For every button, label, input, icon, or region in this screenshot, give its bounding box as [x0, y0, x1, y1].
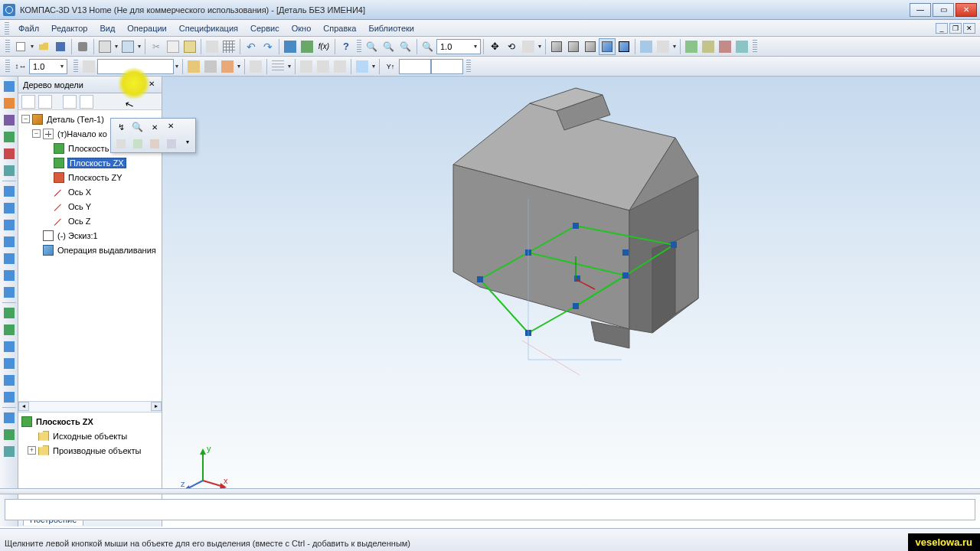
scroll-right-button[interactable]: ▸ [151, 402, 162, 411]
vtool-10[interactable] [2, 234, 17, 249]
vtool-17[interactable] [2, 356, 17, 371]
float-btn-4[interactable] [113, 137, 129, 151]
tree-pin-button[interactable]: ⊥ [134, 80, 145, 90]
tree-tb-2[interactable] [38, 95, 52, 109]
menu-libraries[interactable]: Библиотеки [362, 21, 420, 35]
fx-button[interactable]: f(x) [315, 38, 332, 55]
curve-button[interactable] [298, 58, 315, 75]
scroll-track[interactable] [29, 402, 151, 412]
zoom-window-button[interactable] [364, 38, 381, 55]
lib-button[interactable] [717, 38, 733, 55]
wireframe-button[interactable] [548, 38, 565, 55]
menu-file[interactable]: Файл [12, 21, 45, 35]
tree-close-button[interactable]: ✕ [146, 80, 157, 90]
tree-tb-3[interactable] [63, 95, 77, 109]
tree-hscroll[interactable]: ◂ ▸ [18, 401, 162, 412]
hidden-button[interactable] [565, 38, 582, 55]
tree-axis-y[interactable]: Ось Y [18, 199, 162, 214]
menu-service[interactable]: Сервис [244, 21, 286, 35]
tree-sketch[interactable]: (-) Эскиз:1 [18, 228, 162, 243]
float-close-button[interactable]: ✕ [165, 122, 176, 132]
sketch-brush-button[interactable] [219, 58, 236, 75]
float-btn-1[interactable]: ↯ [113, 120, 129, 134]
float-btn-6[interactable] [147, 137, 162, 151]
tree-plane-zx[interactable]: Плоскость ZX [18, 155, 162, 170]
float-btn-3[interactable]: ✕ [147, 120, 162, 134]
sketch-new-button[interactable] [202, 58, 219, 75]
step-button[interactable]: ↕↔ [12, 58, 29, 75]
vtool-11[interactable] [2, 251, 17, 266]
vtool-21[interactable] [2, 427, 17, 442]
mdi-close-button[interactable]: ✕ [963, 23, 975, 34]
format-button[interactable] [204, 38, 220, 55]
calc-button[interactable] [282, 38, 299, 55]
tree-tb-1[interactable] [21, 95, 35, 109]
vars-button[interactable] [299, 38, 315, 55]
pan-button[interactable]: ✥ [486, 38, 503, 55]
dim-button[interactable] [247, 58, 264, 75]
menu-help[interactable]: Справка [317, 21, 362, 35]
perp-button[interactable] [332, 58, 348, 75]
vtool-2[interactable] [2, 96, 17, 111]
style-combo[interactable] [97, 59, 174, 74]
vtool-20[interactable] [2, 410, 17, 425]
cut-button[interactable]: ✂ [148, 38, 165, 55]
minimize-button[interactable]: — [910, 3, 931, 17]
step-combo[interactable]: 1.0▾ [29, 59, 67, 74]
grid1-button[interactable] [270, 58, 286, 75]
vtool-7[interactable] [2, 184, 17, 199]
vtool-3[interactable] [2, 112, 17, 128]
vtool-9[interactable] [2, 217, 17, 233]
xy-label-button[interactable]: Y↑ [382, 58, 399, 75]
vtool-15[interactable] [2, 322, 17, 337]
mdi-restore-button[interactable]: ❐ [949, 23, 962, 34]
collapse-icon[interactable]: − [32, 129, 41, 138]
tree-plane-zy[interactable]: Плоскость ZY [18, 170, 162, 184]
rebuild-button[interactable] [683, 38, 700, 55]
scroll-left-button[interactable]: ◂ [18, 402, 29, 411]
float-btn-5[interactable] [130, 137, 145, 151]
tree-axis-z[interactable]: Ось Z [18, 214, 162, 228]
vtool-1[interactable] [2, 79, 17, 94]
style-button[interactable] [80, 58, 97, 75]
constraint-button[interactable] [354, 58, 371, 75]
props-button[interactable] [119, 38, 136, 55]
vtool-12[interactable] [2, 268, 17, 283]
orient-button[interactable] [520, 38, 537, 55]
zoom-in-button[interactable] [381, 38, 397, 55]
save-button[interactable] [52, 38, 69, 55]
rotate-button[interactable]: ⟲ [503, 38, 520, 55]
simplify-button[interactable] [700, 38, 717, 55]
collapse-icon[interactable]: − [21, 115, 30, 123]
zoom-combo[interactable]: 1.0▾ [436, 39, 481, 54]
maximize-button[interactable]: ▭ [933, 3, 954, 17]
vtool-19[interactable] [2, 390, 17, 405]
preview-button[interactable] [96, 38, 113, 55]
shaded-edges-button[interactable] [616, 38, 632, 55]
open-button[interactable] [35, 38, 52, 55]
vtool-8[interactable] [2, 201, 17, 216]
float-btn-7[interactable] [164, 137, 179, 151]
tree-src-folder[interactable]: Исходные объекты [18, 429, 162, 443]
tree-extrude[interactable]: Операция выдавливания [18, 243, 162, 257]
help-button[interactable]: ? [338, 38, 354, 55]
sketch-edit-button[interactable] [185, 58, 202, 75]
nohidden-button[interactable] [582, 38, 599, 55]
x-field[interactable] [399, 59, 431, 74]
tree-tb-4[interactable] [80, 95, 93, 109]
vtool-18[interactable] [2, 373, 17, 388]
menu-operations[interactable]: Операции [121, 21, 172, 35]
zoom-prev-button[interactable] [420, 38, 436, 55]
close-button[interactable]: ✕ [956, 3, 977, 17]
mdi-minimize-button[interactable]: _ [936, 23, 948, 34]
undo-button[interactable] [243, 38, 260, 55]
section-button[interactable] [655, 38, 671, 55]
vtool-13[interactable] [2, 285, 17, 300]
new-button[interactable] [12, 38, 29, 55]
expand-icon[interactable]: + [28, 446, 36, 455]
redo-button[interactable] [260, 38, 276, 55]
y-field[interactable] [431, 59, 463, 74]
float-btn-2[interactable] [130, 120, 145, 134]
perspective-button[interactable] [638, 38, 655, 55]
tangent-button[interactable] [315, 58, 332, 75]
